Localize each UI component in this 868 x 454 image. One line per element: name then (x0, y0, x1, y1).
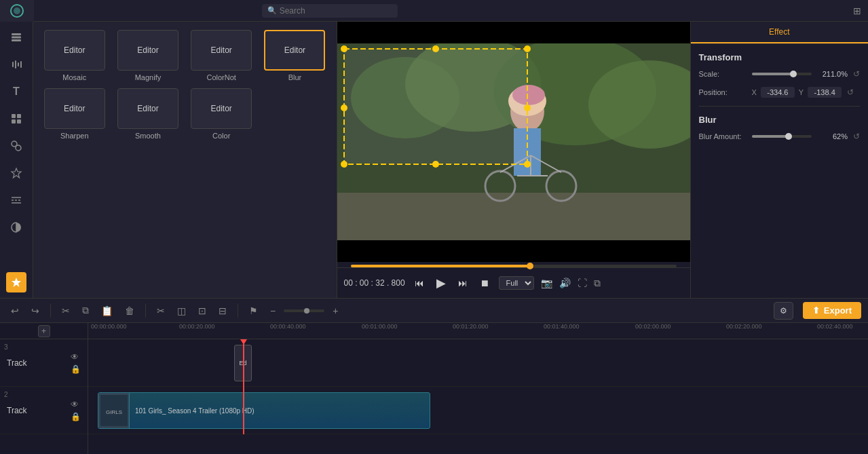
delete-button[interactable]: 🗑 (121, 303, 138, 318)
time-display: 00 : 00 : 32 . 800 (344, 278, 405, 288)
star-icon (10, 276, 22, 288)
export-settings-button[interactable]: ⚙ (774, 302, 793, 320)
playhead-arrow (240, 339, 247, 345)
svg-rect-5 (12, 62, 14, 67)
effect-item-smooth[interactable]: Editor Smooth (115, 88, 181, 140)
track-3-num: 3 (4, 343, 8, 351)
template-icon (10, 113, 22, 125)
right-panel: Effect Transform Scale: 211.0% ↺ Positio… (690, 22, 868, 298)
effect-label-color: Color (212, 132, 230, 140)
track-2-icons: 👁 🔒 (71, 400, 81, 421)
effects-icon (10, 140, 22, 152)
video-controls: 00 : 00 : 32 . 800 ⏮ ▶ ⏭ ⏹ Full 1/2 1/4 … (337, 267, 690, 298)
svg-rect-7 (18, 62, 19, 67)
effect-btn-mosaic[interactable]: Editor (44, 30, 105, 71)
video-clip-label: 101 Girls_ Season 4 Trailer (1080p HD) (130, 407, 260, 415)
copy-button[interactable]: ⧉ (78, 303, 93, 318)
cut-button[interactable]: ✂ (58, 303, 74, 318)
quality-select[interactable]: Full 1/2 1/4 (499, 276, 534, 290)
effect-item-sharpen[interactable]: Editor Sharpen (41, 88, 108, 140)
blur-amount-row: Blur Amount: 62% ↺ (699, 132, 861, 141)
svg-rect-9 (12, 114, 16, 118)
sidebar-icon-favorites[interactable] (6, 272, 26, 292)
effect-item-magnify[interactable]: Editor Magnify (115, 30, 181, 81)
svg-rect-11 (12, 119, 16, 124)
sidebar-icon-mask[interactable] (6, 217, 26, 238)
sidebar-icon-effects[interactable] (6, 136, 26, 156)
fullscreen-button[interactable]: ⛶ (578, 278, 587, 288)
scale-value: 211.0% (817, 70, 848, 78)
search-input[interactable] (280, 6, 392, 16)
blur-slider[interactable] (752, 135, 812, 138)
zoom-out-button[interactable]: − (266, 303, 280, 318)
effect-item-color[interactable]: Editor Color (188, 88, 254, 140)
position-label: Position: (699, 88, 747, 96)
crop-button[interactable]: ⊟ (214, 303, 231, 318)
grid-icon[interactable]: ⊞ (853, 5, 861, 16)
play-back-button[interactable]: ⏮ (412, 276, 427, 290)
video-clip[interactable]: GIRLS 101 Girls_ Season 4 Trailer (1080p… (98, 392, 430, 429)
screenshot-button[interactable]: 📷 (541, 278, 552, 288)
export-label: Export (824, 305, 852, 316)
play-forward-button[interactable]: ⏭ (455, 276, 470, 290)
scale-reset-button[interactable]: ↺ (853, 69, 860, 79)
video-progress-bar[interactable] (351, 265, 677, 267)
mask-icon (10, 221, 22, 233)
trim-button[interactable]: ◫ (173, 303, 190, 318)
effect-btn-magnify[interactable]: Editor (117, 30, 178, 71)
timeline-body: + 3 Track 👁 🔒 2 Track 👁 🔒 (0, 323, 868, 454)
tab-effect[interactable]: Effect (691, 22, 868, 43)
track-3-visibility-icon[interactable]: 👁 (71, 352, 81, 362)
effect-btn-smooth[interactable]: Editor (117, 88, 178, 129)
ruler-label-spacer: + (0, 323, 88, 339)
redo-button[interactable]: ↪ (27, 303, 43, 318)
effect-btn-sharpen[interactable]: Editor (44, 88, 105, 129)
blur-reset-button[interactable]: ↺ (853, 132, 860, 141)
position-reset-button[interactable]: ↺ (847, 88, 854, 97)
effect-item-mosaic[interactable]: Editor Mosaic (41, 30, 108, 81)
svg-rect-3 (12, 37, 21, 39)
pos-y-value[interactable]: -138.4 (808, 87, 842, 98)
sidebar-icon-text[interactable]: T (6, 81, 26, 102)
split-button[interactable]: ⊡ (194, 303, 210, 318)
pos-x-value[interactable]: -334.6 (761, 87, 795, 98)
track-2-lock-icon[interactable]: 🔒 (71, 412, 81, 421)
stop-button[interactable]: ⏹ (477, 276, 492, 290)
sidebar-icon-sticker[interactable] (6, 163, 26, 183)
sidebar-icon-audio[interactable] (6, 54, 26, 75)
undo-button[interactable]: ↩ (7, 303, 23, 318)
scale-label: Scale: (699, 70, 747, 78)
svg-rect-23 (337, 193, 690, 240)
volume-button[interactable]: 🔊 (559, 278, 571, 288)
marker-button[interactable]: ⚑ (245, 303, 262, 318)
effect-item-colornot[interactable]: Editor ColorNot (188, 30, 254, 81)
effect-btn-color[interactable]: Editor (191, 88, 252, 129)
ruler-mark-6: 00:02:00.000 (635, 323, 671, 330)
track-3-lock-icon[interactable]: 🔒 (71, 364, 81, 374)
export-button[interactable]: ⬆ Export (803, 302, 861, 319)
add-track-button[interactable]: + (38, 325, 50, 337)
sidebar-icon-template[interactable] (6, 109, 26, 129)
sidebar-icon-layers[interactable] (6, 27, 26, 48)
play-button[interactable]: ▶ (434, 274, 449, 292)
svg-rect-6 (15, 60, 16, 69)
track-2-visibility-icon[interactable]: 👁 (71, 400, 81, 409)
track-labels-col: + 3 Track 👁 🔒 2 Track 👁 🔒 (0, 323, 88, 454)
paste-button[interactable]: 📋 (97, 303, 117, 318)
pip-button[interactable]: ⧉ (594, 278, 601, 289)
scale-slider[interactable] (752, 73, 812, 75)
zoom-slider-thumb (304, 308, 309, 314)
blur-section-title: Blur (699, 115, 861, 125)
effect-item-blur[interactable]: Editor Blur (261, 30, 328, 81)
zoom-in-button[interactable]: + (328, 303, 342, 318)
svg-rect-8 (20, 61, 22, 68)
sidebar-icon-transition[interactable] (6, 190, 26, 210)
toolbar-separator-2 (145, 304, 146, 318)
effect-btn-blur[interactable]: Editor (264, 30, 325, 71)
effect-btn-colornot[interactable]: Editor (191, 30, 252, 71)
track-2-row: GIRLS 101 Girls_ Season 4 Trailer (1080p… (88, 387, 868, 434)
ruler-mark-7: 00:02:20.000 (726, 323, 762, 330)
scissors-button[interactable]: ✂ (153, 303, 169, 318)
zoom-slider[interactable] (284, 309, 324, 312)
search-box[interactable]: 🔍 (262, 4, 398, 18)
